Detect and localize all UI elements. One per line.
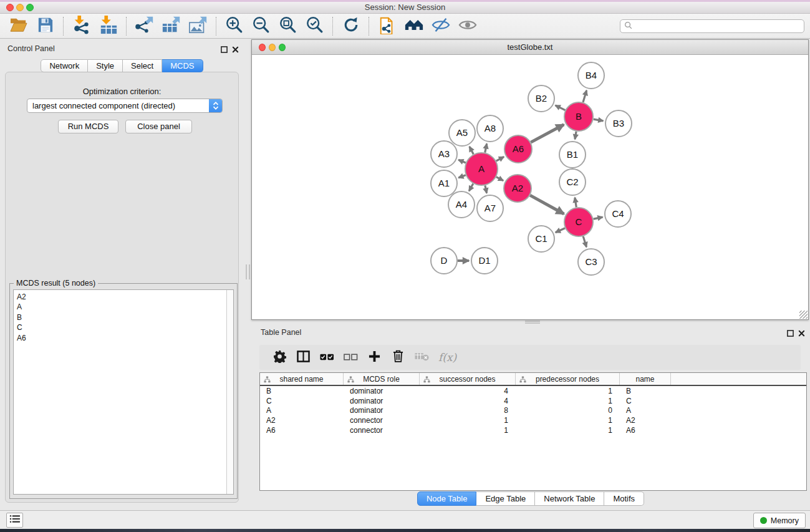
add-button[interactable]	[367, 350, 381, 365]
node-D1[interactable]: D1	[471, 248, 498, 274]
show-graphics-details-button[interactable]	[454, 15, 481, 37]
node-C4[interactable]: C4	[605, 201, 631, 227]
import-table-button[interactable]	[95, 15, 122, 37]
close-panel-icon[interactable]	[798, 328, 805, 339]
edge-A-A5[interactable]	[470, 147, 474, 154]
edge-C-C1[interactable]	[556, 228, 565, 233]
edge-A-A4[interactable]	[469, 184, 473, 191]
result-scrollbar[interactable]	[226, 290, 233, 494]
minimize-view-button[interactable]	[269, 44, 276, 51]
mcds-result-item[interactable]: A2	[17, 292, 233, 302]
maximize-window-button[interactable]	[26, 4, 34, 11]
function-builder-button[interactable]: f(x)	[438, 351, 456, 364]
show-column-button[interactable]	[296, 350, 310, 365]
mcds-result-item[interactable]: B	[17, 312, 233, 322]
node-C[interactable]: C	[564, 208, 593, 236]
node-table[interactable]: shared nameMCDS rolesuccessor nodesprede…	[259, 372, 807, 491]
close-view-button[interactable]	[259, 44, 266, 51]
node-A2[interactable]: A2	[504, 175, 531, 202]
edge-C-C4[interactable]	[594, 217, 603, 219]
node-A6[interactable]: A6	[504, 135, 532, 163]
table-row[interactable]: Bdominator41B	[260, 386, 806, 396]
criterion-dropdown[interactable]: largest connected component (directed)	[27, 99, 223, 113]
tab-network[interactable]: Network	[41, 59, 88, 72]
node-A8[interactable]: A8	[477, 115, 503, 142]
edge-B-B2[interactable]	[556, 105, 566, 110]
zoom-in-button[interactable]	[221, 15, 248, 37]
edge-B-B1[interactable]	[575, 132, 576, 140]
task-history-button[interactable]	[6, 513, 23, 528]
node-C1[interactable]: C1	[528, 226, 554, 252]
table-row[interactable]: A2connector11A2	[260, 415, 806, 425]
mcds-result-list[interactable]: A2ABCA6	[13, 289, 234, 495]
search-box[interactable]	[620, 19, 804, 33]
column-header-successor-nodes[interactable]: successor nodes	[420, 373, 516, 385]
vertical-splitter-grip[interactable]	[246, 264, 250, 279]
tab-style[interactable]: Style	[88, 59, 123, 72]
export-image-button[interactable]	[185, 15, 211, 37]
node-A3[interactable]: A3	[431, 141, 457, 167]
search-input[interactable]	[635, 22, 804, 31]
mcds-result-item[interactable]: C	[17, 322, 233, 332]
tab-node-table[interactable]: Node Table	[417, 491, 477, 506]
close-panel-icon[interactable]	[232, 44, 239, 56]
column-header-MCDS-role[interactable]: MCDS role	[344, 373, 420, 385]
column-header-shared-name[interactable]: shared name	[260, 373, 344, 385]
network-from-file-button[interactable]	[374, 15, 400, 37]
export-table-button[interactable]	[158, 15, 185, 37]
zoom-out-button[interactable]	[248, 15, 274, 37]
node-B2[interactable]: B2	[528, 85, 554, 112]
column-header-name[interactable]: name	[620, 373, 671, 385]
refresh-network-button[interactable]	[337, 15, 364, 37]
edge-A-A3[interactable]	[458, 160, 466, 163]
network-canvas[interactable]: B4B2BB3A5A8A6B1A3AC2A1A2A4A7C4CC1DD1C3	[252, 55, 808, 319]
maximize-view-button[interactable]	[279, 44, 286, 51]
edge-A-A6[interactable]	[496, 157, 504, 161]
open-session-button[interactable]	[5, 15, 32, 37]
home-button[interactable]	[400, 15, 427, 37]
close-window-button[interactable]	[6, 4, 14, 11]
tab-network-table[interactable]: Network Table	[535, 491, 604, 506]
column-header-predecessor-nodes[interactable]: predecessor nodes	[516, 373, 620, 385]
node-D[interactable]: D	[431, 248, 457, 274]
node-A7[interactable]: A7	[477, 195, 503, 221]
network-window-titlebar[interactable]: testGlobe.txt	[252, 40, 808, 55]
edge-B-B3[interactable]	[594, 119, 604, 121]
memory-button[interactable]: Memory	[753, 513, 806, 528]
delete-button[interactable]	[391, 350, 405, 365]
float-panel-icon[interactable]	[787, 328, 794, 339]
node-B4[interactable]: B4	[578, 62, 604, 89]
table-row[interactable]: A6connector11A6	[260, 425, 806, 435]
edge-A-A8[interactable]	[485, 143, 487, 152]
hide-graphics-details-button[interactable]	[427, 15, 454, 37]
import-network-button[interactable]	[68, 15, 95, 37]
save-session-button[interactable]	[32, 15, 59, 37]
node-C3[interactable]: C3	[578, 249, 604, 275]
minimize-window-button[interactable]	[16, 4, 24, 11]
export-network-button[interactable]	[131, 15, 158, 37]
edge-A-A7[interactable]	[485, 185, 487, 193]
node-A5[interactable]: A5	[449, 120, 475, 146]
node-A1[interactable]: A1	[431, 170, 457, 196]
edge-B-B4[interactable]	[583, 90, 587, 102]
tab-select[interactable]: Select	[123, 59, 162, 72]
select-all-button[interactable]	[320, 350, 334, 365]
edge-A-A1[interactable]	[458, 175, 466, 178]
gear-button[interactable]	[272, 350, 286, 365]
run-mcds-button[interactable]: Run MCDS	[58, 120, 118, 133]
zoom-selected-button[interactable]	[301, 15, 328, 37]
table-row[interactable]: Adominator80A	[260, 406, 806, 416]
node-B1[interactable]: B1	[559, 142, 586, 168]
edge-A-A2[interactable]	[496, 177, 503, 181]
deselect-all-button[interactable]	[344, 350, 357, 365]
node-B3[interactable]: B3	[605, 110, 632, 137]
tab-motifs[interactable]: Motifs	[604, 491, 644, 506]
edge-C-C2[interactable]	[575, 198, 576, 208]
node-B[interactable]: B	[564, 102, 593, 131]
node-A[interactable]: A	[465, 153, 498, 185]
edge-A6-B[interactable]	[531, 125, 564, 142]
horizontal-splitter-grip[interactable]	[525, 321, 540, 324]
node-C2[interactable]: C2	[559, 169, 586, 195]
node-A4[interactable]: A4	[448, 191, 475, 218]
mcds-result-item[interactable]: A	[17, 302, 233, 312]
